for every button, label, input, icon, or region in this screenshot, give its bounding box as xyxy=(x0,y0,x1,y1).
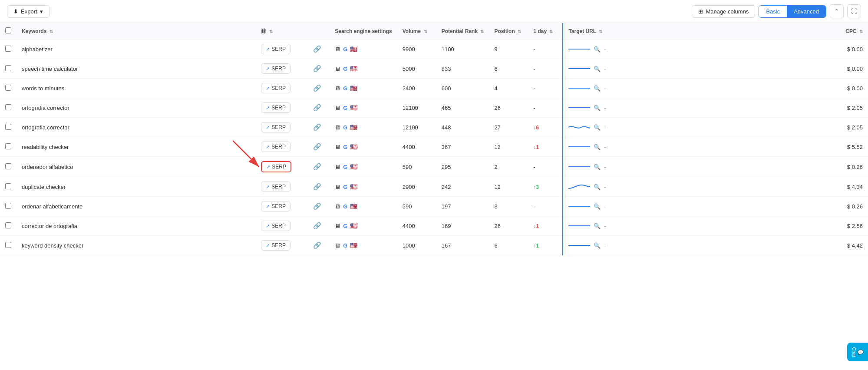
export-button[interactable]: ⬇ Export ▾ xyxy=(7,5,50,18)
header-position[interactable]: Position ⇅ xyxy=(489,23,528,40)
header-cpc[interactable]: CPC ⇅ xyxy=(829,23,868,40)
advanced-view-button[interactable]: Advanced xyxy=(787,6,826,17)
header-row: Keywords ⇅ ⛓ ⇅ Search engine settings Vo… xyxy=(0,23,868,40)
serp-cell: ↗ SERP xyxy=(256,59,308,79)
link-cell: 🔗 xyxy=(308,197,330,216)
keyword-cell: duplicate checker xyxy=(17,177,256,197)
volume-cell: 590 xyxy=(397,157,436,177)
serp-button[interactable]: ↗ SERP xyxy=(261,201,290,211)
keyword-cell: ordenar alfabeticamente xyxy=(17,197,256,216)
row-checkbox[interactable] xyxy=(5,203,11,209)
search-icon[interactable]: 🔍 xyxy=(594,223,601,229)
link-icon[interactable]: 🔗 xyxy=(313,123,321,131)
table-row: duplicate checker↗ SERP🔗 🖥 G 🇺🇸 29002421… xyxy=(0,177,868,197)
search-icon[interactable]: 🔍 xyxy=(594,46,601,53)
serp-button[interactable]: ↗ SERP xyxy=(261,122,290,132)
one-day-cell: - xyxy=(528,197,563,216)
flag-icon: 🇺🇸 xyxy=(350,163,357,170)
serp-button[interactable]: ↗ SERP xyxy=(261,142,290,152)
row-checkbox[interactable] xyxy=(5,85,11,91)
flag-icon: 🇺🇸 xyxy=(350,65,357,72)
volume-cell: 2900 xyxy=(397,177,436,197)
row-checkbox[interactable] xyxy=(5,163,11,169)
serp-cell: ↗ SERP xyxy=(256,118,308,137)
search-icon[interactable]: 🔍 xyxy=(594,242,601,249)
link-icon[interactable]: 🔗 xyxy=(313,163,321,170)
collapse-button[interactable]: ⌃ xyxy=(830,4,844,18)
target-url-cell: 🔍- xyxy=(563,79,829,98)
row-checkbox[interactable] xyxy=(5,143,11,149)
serp-button[interactable]: ↗ SERP xyxy=(261,161,291,172)
link-icon[interactable]: 🔗 xyxy=(313,45,321,53)
position-cell: 4 xyxy=(489,79,528,98)
mini-chart xyxy=(568,162,590,171)
link-icon[interactable]: 🔗 xyxy=(313,183,321,190)
target-url-cell: 🔍- xyxy=(563,118,829,137)
keyword-cell: ortografia corrector xyxy=(17,118,256,137)
search-icon[interactable]: 🔍 xyxy=(594,184,601,190)
expand-button[interactable]: ⛶ xyxy=(847,4,861,18)
basic-view-button[interactable]: Basic xyxy=(759,6,787,17)
header-potential-rank[interactable]: Potential Rank ⇅ xyxy=(436,23,489,40)
link-icon[interactable]: 🔗 xyxy=(313,241,321,249)
header-one-day[interactable]: 1 day ⇅ xyxy=(528,23,563,40)
row-checkbox-cell xyxy=(0,157,17,177)
search-icon[interactable]: 🔍 xyxy=(594,66,601,72)
link-icon[interactable]: 🔗 xyxy=(313,222,321,229)
desktop-icon: 🖥 xyxy=(335,124,340,131)
cpc-cell: $ 2.05 xyxy=(829,118,868,137)
row-checkbox[interactable] xyxy=(5,222,11,228)
serp-cell: ↗ SERP xyxy=(256,236,308,255)
header-serp[interactable]: ⛓ ⇅ xyxy=(256,23,308,40)
row-checkbox[interactable] xyxy=(5,242,11,248)
serp-button[interactable]: ↗ SERP xyxy=(261,221,290,231)
link-icon[interactable]: 🔗 xyxy=(313,143,321,150)
serp-button[interactable]: ↗ SERP xyxy=(261,182,290,192)
search-icon[interactable]: 🔍 xyxy=(594,164,601,170)
row-checkbox[interactable] xyxy=(5,104,11,110)
link-icon[interactable]: 🔗 xyxy=(313,202,321,210)
link-icon[interactable]: 🔗 xyxy=(313,84,321,92)
serp-button[interactable]: ↗ SERP xyxy=(261,102,290,113)
search-icon[interactable]: 🔍 xyxy=(594,124,601,131)
serp-button[interactable]: ↗ SERP xyxy=(261,83,290,93)
search-icon[interactable]: 🔍 xyxy=(594,144,601,150)
select-all-checkbox[interactable] xyxy=(5,27,11,33)
row-checkbox[interactable] xyxy=(5,183,11,189)
header-target-url[interactable]: Target URL ⇅ xyxy=(563,23,829,40)
row-checkbox-cell xyxy=(0,79,17,98)
header-volume[interactable]: Volume ⇅ xyxy=(397,23,436,40)
google-icon: G xyxy=(343,242,347,249)
volume-cell: 4400 xyxy=(397,216,436,236)
cpc-cell: $ 0.26 xyxy=(829,197,868,216)
volume-cell: 2400 xyxy=(397,79,436,98)
row-checkbox[interactable] xyxy=(5,65,11,71)
link-icon[interactable]: 🔗 xyxy=(313,104,321,111)
row-checkbox[interactable] xyxy=(5,46,11,52)
flag-icon: 🇺🇸 xyxy=(350,104,357,111)
table-row: ordenar alfabeticamente↗ SERP🔗 🖥 G 🇺🇸 59… xyxy=(0,197,868,216)
search-engine-cell: 🖥 G 🇺🇸 xyxy=(330,79,397,98)
desktop-icon: 🖥 xyxy=(335,66,340,72)
keyword-cell: ordenador alfabetico xyxy=(17,157,256,177)
serp-button[interactable]: ↗ SERP xyxy=(261,63,290,74)
header-select-all[interactable] xyxy=(0,23,17,40)
header-keywords[interactable]: Keywords ⇅ xyxy=(17,23,256,40)
one-day-cell: ↑3 xyxy=(528,177,563,197)
mini-chart xyxy=(568,84,590,92)
serp-button[interactable]: ↗ SERP xyxy=(261,44,290,54)
url-value: - xyxy=(604,105,606,111)
position-cell: 6 xyxy=(489,59,528,79)
search-icon[interactable]: 🔍 xyxy=(594,105,601,111)
manage-columns-button[interactable]: ⊞ Manage columns xyxy=(692,5,755,18)
sort-icon-3: ⇅ xyxy=(424,29,427,34)
search-icon[interactable]: 🔍 xyxy=(594,85,601,92)
row-checkbox[interactable] xyxy=(5,124,11,130)
chevron-up-icon: ⌃ xyxy=(834,8,839,15)
search-icon[interactable]: 🔍 xyxy=(594,203,601,210)
trend-icon: ↗ xyxy=(266,164,270,170)
serp-button[interactable]: ↗ SERP xyxy=(261,240,290,251)
link-icon[interactable]: 🔗 xyxy=(313,65,321,72)
url-value: - xyxy=(604,66,606,72)
sort-icon-7: ⇅ xyxy=(599,29,602,34)
